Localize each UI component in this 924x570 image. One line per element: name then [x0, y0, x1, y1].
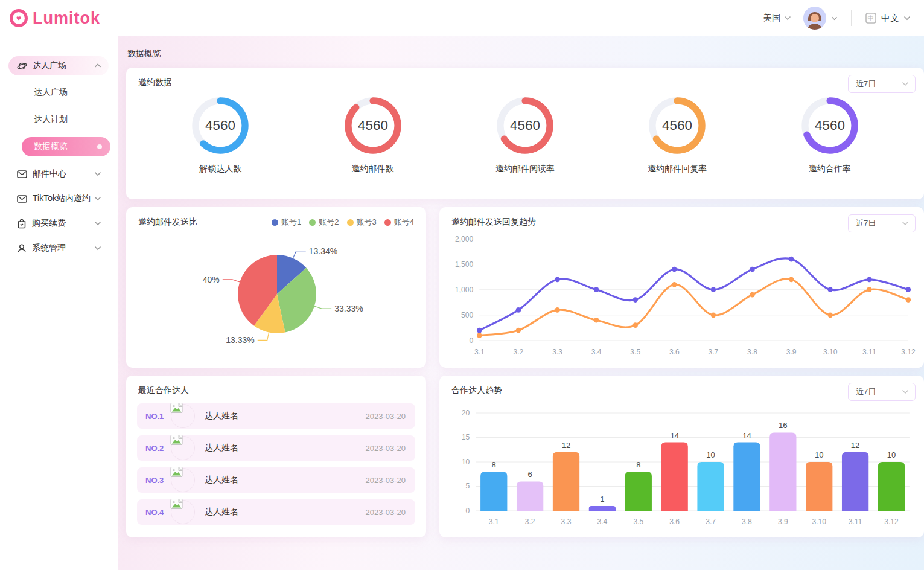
sidebar-group-system-admin[interactable]: 系统管理	[8, 239, 109, 258]
mail-icon	[17, 194, 27, 203]
country-label: 美国	[763, 13, 780, 24]
partner-list: NO.1 达人姓名 2023-03-20 NO.2 达人姓名 2023-03-2…	[126, 396, 426, 525]
partner-date: 2023-03-20	[366, 412, 406, 421]
sidebar-group-label: TikTok站内邀约	[33, 193, 91, 204]
language-selector[interactable]: 中 中文	[865, 12, 911, 24]
sidebar: 达人广场 达人广场 达人计划 数据概览 邮件中心 TikTok站内邀约	[0, 36, 118, 570]
page-title: 数据概览	[127, 48, 924, 59]
list-item[interactable]: NO.2 达人姓名 2023-03-20	[137, 435, 415, 461]
list-item[interactable]: NO.4 达人姓名 2023-03-20	[137, 499, 415, 525]
card-title: 邀约邮件发送回复趋势	[451, 217, 536, 228]
donut-ring: 4560	[186, 92, 254, 159]
user-icon	[17, 243, 27, 254]
pie-chart: 13.34%33.33%13.33%40%	[126, 228, 426, 353]
sidebar-group-tiktok-invite[interactable]: TikTok站内邀约	[8, 189, 109, 208]
pie-label: 40%	[203, 275, 220, 284]
x-tick-label: 3.12	[901, 348, 916, 356]
card-title: 最近合作达人	[138, 385, 189, 396]
legend-label: 账号4	[394, 217, 414, 228]
y-tick-label: 20	[462, 409, 470, 417]
y-tick-label: 15	[462, 434, 470, 442]
chevron-down-icon	[831, 16, 838, 21]
y-tick-label: 1,500	[455, 260, 473, 269]
chevron-down-icon	[94, 196, 101, 201]
sidebar-item-talent-plan[interactable]: 达人计划	[22, 110, 110, 129]
invite-stat-label: 邀约邮件数	[352, 164, 394, 175]
sidebar-item-talent-plaza[interactable]: 达人广场	[22, 83, 110, 102]
avatar-placeholder	[171, 404, 195, 428]
donut-ring: 4560	[339, 92, 407, 159]
x-tick-label: 3.10	[812, 517, 826, 526]
legend-label: 账号1	[281, 217, 301, 228]
legend-dot	[272, 219, 278, 226]
period-select[interactable]: 近7日	[848, 214, 916, 232]
bar-value-label: 8	[492, 460, 496, 469]
svg-text:4560: 4560	[662, 118, 692, 133]
sidebar-item-data-overview[interactable]: 数据概览	[22, 137, 110, 156]
data-point	[555, 277, 559, 282]
legend-dot	[309, 219, 316, 226]
y-tick-label: 1,000	[455, 286, 473, 294]
svg-text:中: 中	[868, 14, 875, 22]
country-selector[interactable]: 美国	[763, 13, 791, 24]
x-tick-label: 3.2	[514, 348, 524, 356]
rank-badge: NO.3	[145, 476, 171, 485]
period-select[interactable]: 近7日	[848, 383, 916, 401]
data-point	[827, 287, 832, 292]
pie-legend: 账号1 账号2 账号3 账号4	[272, 217, 414, 228]
partner-name: 达人姓名	[205, 443, 238, 453]
bar-value-label: 14	[670, 431, 679, 440]
data-point	[906, 287, 911, 292]
card-title: 邀约邮件发送比	[138, 217, 197, 228]
broken-image-icon	[170, 402, 183, 414]
x-tick-label: 3.12	[884, 517, 899, 526]
legend-dot	[384, 219, 391, 226]
user-menu[interactable]	[803, 7, 838, 30]
divider	[8, 45, 109, 45]
x-tick-label: 3.4	[591, 348, 602, 356]
data-point	[789, 277, 794, 282]
legend-item: 账号1	[272, 217, 301, 228]
x-tick-label: 3.11	[862, 348, 876, 356]
sidebar-group-label: 购买续费	[32, 218, 66, 229]
pie-leader-line	[223, 280, 240, 282]
bar	[697, 462, 724, 511]
partner-name: 达人姓名	[205, 411, 238, 421]
y-tick-label: 2,000	[455, 234, 473, 243]
avatar-placeholder	[171, 436, 195, 460]
sidebar-group-purchase-renew[interactable]: 购买续费	[8, 214, 109, 233]
y-tick-label: 10	[462, 458, 470, 466]
chevron-down-icon	[94, 221, 101, 226]
period-value: 近7日	[856, 218, 876, 229]
avatar[interactable]	[803, 7, 826, 30]
pie-label: 13.34%	[309, 246, 337, 256]
list-item[interactable]: NO.1 达人姓名 2023-03-20	[137, 403, 415, 429]
svg-text:4560: 4560	[510, 118, 540, 133]
invite-data-card: 邀约数据 近7日 4560解锁达人数4560邀约邮件数4560邀约邮件阅读率45…	[126, 68, 924, 199]
x-tick-label: 3.2	[525, 517, 535, 526]
list-item[interactable]: NO.3 达人姓名 2023-03-20	[137, 467, 415, 493]
data-point	[867, 277, 871, 282]
app-logo: Lumitok	[8, 8, 100, 28]
data-point	[789, 257, 794, 262]
svg-text:4560: 4560	[815, 118, 845, 133]
invite-stat-label: 邀约邮件阅读率	[495, 164, 555, 175]
bar-value-label: 1	[600, 495, 604, 504]
sidebar-item-label: 达人计划	[34, 114, 68, 125]
data-point	[672, 282, 677, 287]
bar	[661, 443, 688, 511]
bar-chart: 0510152083.163.2123.313.483.5143.6103.71…	[448, 399, 916, 529]
invite-stat-donut: 4560邀约邮件数	[328, 92, 418, 175]
pie-leader-line	[258, 333, 269, 341]
sidebar-group-mail-center[interactable]: 邮件中心	[8, 164, 109, 184]
bar-value-label: 8	[636, 460, 640, 469]
data-point	[516, 307, 521, 313]
sidebar-group-talent-plaza[interactable]: 达人广场	[8, 56, 109, 75]
rank-badge: NO.2	[145, 444, 171, 453]
donut-ring: 4560	[491, 92, 559, 159]
invite-stat-donut: 4560邀约合作率	[785, 92, 875, 175]
x-tick-label: 3.9	[786, 348, 797, 356]
period-select[interactable]: 近7日	[848, 75, 916, 93]
data-point	[477, 328, 482, 333]
x-tick-label: 3.8	[742, 517, 752, 526]
